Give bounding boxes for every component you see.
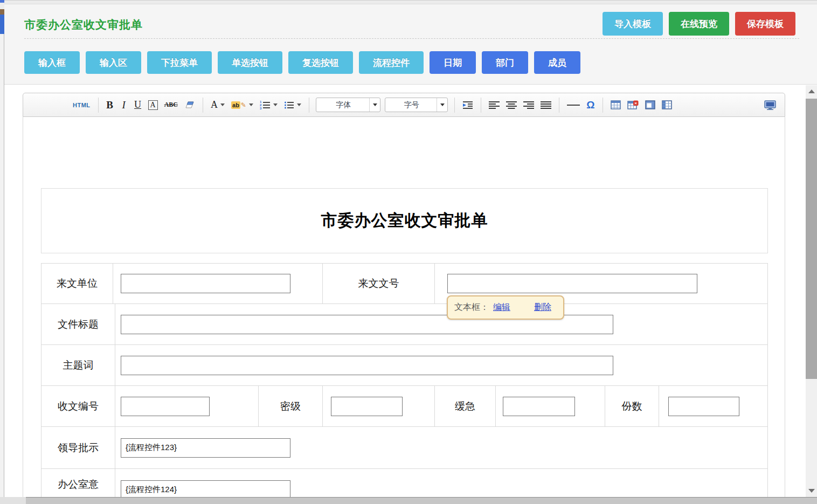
chevron-down-icon — [273, 103, 278, 106]
incoming-unit-input[interactable] — [121, 274, 290, 293]
widget-button-row: 输入框 输入区 下拉菜单 单选按钮 复选按钮 流程控件 日期 部门 成员 — [24, 51, 580, 74]
scroll-down-arrow-icon[interactable] — [808, 489, 815, 493]
page-title: 市委办公室收文审批单 — [24, 17, 143, 32]
label-subject-words: 主题词 — [41, 345, 115, 385]
italic-button[interactable]: I — [118, 97, 130, 113]
table-row: 领导批示 — [41, 427, 767, 469]
source-code-button[interactable]: HTML — [71, 97, 93, 113]
label-incoming-unit: 来文单位 — [41, 264, 113, 303]
edit-widget-link[interactable]: 编辑 — [493, 302, 510, 313]
eraser-icon — [184, 101, 195, 109]
maximize-editor-button[interactable] — [762, 97, 778, 113]
app-window: 市委办公室收文审批单 导入模板 在线预览 保存模板 输入框 输入区 下拉菜单 单… — [0, 0, 817, 504]
editor-toolbar: HTML B I U A ABC A ab✎ 123 — [23, 93, 785, 117]
label-document-title: 文件标题 — [41, 304, 115, 344]
strikethrough-button[interactable]: ABC — [162, 97, 180, 113]
font-color-button[interactable]: A — [209, 97, 227, 113]
scroll-up-arrow-icon[interactable] — [808, 89, 815, 93]
delete-table-icon: × — [627, 100, 639, 109]
vertical-scrollbar-thumb[interactable] — [806, 99, 817, 379]
font-size-select[interactable]: 字号 — [385, 98, 448, 112]
widget-date-button[interactable]: 日期 — [430, 51, 476, 74]
widget-tooltip: 文本框： 编辑 删除 — [447, 295, 564, 320]
widget-dropdown-button[interactable]: 下拉菜单 — [147, 51, 212, 74]
bullet-list-button[interactable] — [282, 97, 303, 113]
horizontal-scrollbar[interactable] — [0, 497, 817, 504]
subject-words-input[interactable] — [121, 356, 613, 375]
save-template-button[interactable]: 保存模板 — [735, 12, 795, 36]
horizontal-rule-icon — [567, 105, 580, 106]
align-center-icon — [506, 101, 517, 109]
pencil-icon: ✎ — [241, 101, 246, 109]
tooltip-label: 文本框： — [454, 302, 489, 313]
font-family-select[interactable]: 字体 — [316, 98, 380, 112]
widget-flow-control-button[interactable]: 流程控件 — [359, 51, 424, 74]
eraser-button[interactable] — [182, 97, 197, 113]
cell-properties-button[interactable] — [660, 97, 674, 113]
label-urgency: 缓急 — [435, 386, 496, 426]
insert-table-icon — [611, 100, 621, 109]
align-right-icon — [523, 101, 534, 109]
receipt-number-input[interactable] — [121, 397, 210, 416]
table-properties-icon — [645, 100, 655, 109]
bold-button[interactable]: B — [104, 97, 116, 113]
widget-checkbox-button[interactable]: 复选按钮 — [288, 51, 353, 74]
indent-button[interactable] — [460, 97, 475, 113]
table-row: 主题词 — [41, 345, 767, 386]
horizontal-rule-button[interactable] — [565, 97, 582, 113]
form-table: 来文单位 来文文号 文件标题 主题词 收文编号 密级 — [41, 263, 768, 497]
secrecy-level-input[interactable] — [331, 397, 403, 416]
align-left-icon — [489, 101, 500, 109]
background-window-sliver — [0, 0, 4, 504]
delete-table-button[interactable]: × — [625, 97, 641, 113]
table-row: 文件标题 — [41, 304, 767, 345]
vertical-scrollbar[interactable] — [806, 85, 817, 497]
widget-department-button[interactable]: 部门 — [482, 51, 528, 74]
font-style-box-button[interactable]: A — [146, 97, 160, 113]
table-properties-button[interactable] — [643, 97, 657, 113]
widget-input-box-button[interactable]: 输入框 — [24, 51, 80, 74]
align-right-button[interactable] — [521, 97, 536, 113]
delete-widget-link[interactable]: 删除 — [534, 302, 551, 313]
urgency-input[interactable] — [503, 397, 575, 416]
monitor-icon — [764, 100, 776, 110]
indent-icon — [462, 101, 473, 109]
svg-text:×: × — [634, 101, 637, 106]
ordered-list-button[interactable]: 123 — [258, 97, 280, 113]
align-justify-icon — [541, 101, 551, 109]
special-character-button[interactable]: Ω — [584, 97, 597, 113]
dotted-separator — [24, 38, 799, 39]
align-center-button[interactable] — [504, 97, 519, 113]
table-row: 来文单位 来文文号 — [41, 264, 767, 304]
chevron-down-icon — [249, 103, 253, 106]
office-opinion-input[interactable] — [121, 480, 290, 498]
copies-input[interactable] — [668, 397, 739, 416]
table-row: 办公室意 — [41, 469, 767, 497]
cell-properties-icon — [662, 100, 672, 109]
align-justify-button[interactable] — [538, 97, 553, 113]
chevron-down-icon — [220, 103, 225, 106]
chevron-down-icon — [437, 98, 447, 112]
bullet-list-icon — [284, 101, 294, 109]
underline-button[interactable]: U — [132, 97, 144, 113]
align-left-button[interactable] — [487, 97, 502, 113]
horizontal-scrollbar-thumb[interactable] — [26, 497, 817, 504]
label-receipt-number: 收文编号 — [41, 386, 115, 426]
leader-instructions-input[interactable] — [121, 438, 290, 458]
chevron-down-icon — [297, 103, 301, 106]
widget-member-button[interactable]: 成员 — [534, 51, 580, 74]
widget-radio-button[interactable]: 单选按钮 — [218, 51, 282, 74]
header: 市委办公室收文审批单 导入模板 在线预览 保存模板 输入框 输入区 下拉菜单 单… — [4, 4, 817, 85]
import-template-button[interactable]: 导入模板 — [603, 12, 663, 36]
label-leader-instructions: 领导批示 — [41, 427, 115, 468]
incoming-doc-number-input[interactable] — [447, 274, 697, 293]
highlight-color-button[interactable]: ab✎ — [229, 97, 255, 113]
online-preview-button[interactable]: 在线预览 — [669, 12, 729, 36]
insert-table-button[interactable] — [608, 97, 623, 113]
table-row: 收文编号 密级 缓急 份数 — [41, 386, 767, 427]
document-title: 市委办公室收文审批单 — [321, 210, 488, 232]
editor-document[interactable]: 市委办公室收文审批单 来文单位 来文文号 文件标题 主题词 — [23, 117, 785, 497]
widget-textarea-button[interactable]: 输入区 — [86, 51, 141, 74]
editor-workspace: HTML B I U A ABC A ab✎ 123 — [4, 85, 817, 497]
window-top-edge — [4, 0, 817, 4]
